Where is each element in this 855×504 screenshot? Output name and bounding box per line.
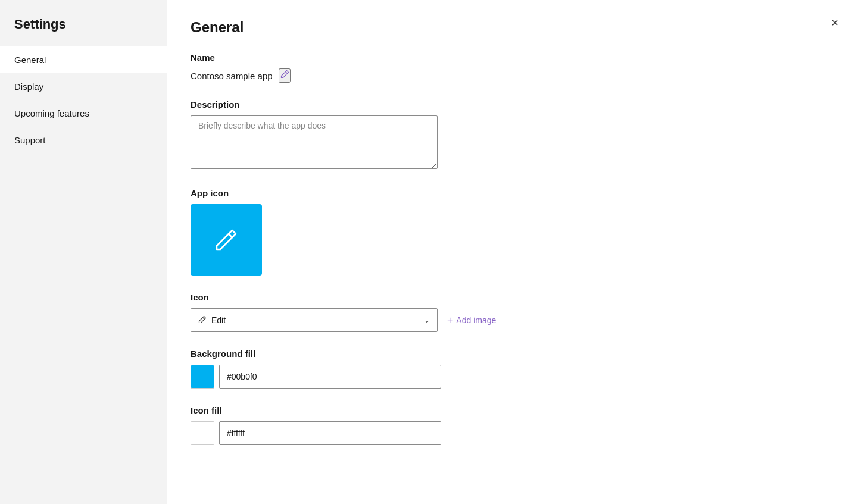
name-section: Name Contoso sample app	[191, 52, 831, 83]
icon-fill-swatch[interactable]	[191, 421, 214, 445]
icon-fill-label: Icon fill	[191, 405, 831, 415]
icon-select-dropdown[interactable]: Edit ⌄	[191, 308, 438, 332]
app-icon-label: App icon	[191, 188, 831, 198]
background-color-swatch[interactable]	[191, 365, 214, 389]
app-icon-pencil	[211, 224, 242, 255]
icon-select-label: Edit	[211, 315, 226, 325]
app-icon-section: App icon	[191, 188, 831, 276]
add-image-button[interactable]: + Add image	[447, 315, 496, 325]
plus-icon: +	[447, 315, 453, 325]
background-fill-row	[191, 365, 831, 389]
background-fill-section: Background fill	[191, 349, 831, 389]
app-icon-box[interactable]	[191, 204, 262, 276]
background-fill-label: Background fill	[191, 349, 831, 359]
sidebar-item-display[interactable]: Display	[0, 73, 167, 100]
icon-label: Icon	[191, 292, 831, 302]
description-section: Description	[191, 99, 831, 171]
icon-fill-row	[191, 421, 831, 445]
name-row: Contoso sample app	[191, 68, 831, 83]
sidebar: Settings General Display Upcoming featur…	[0, 0, 167, 504]
sidebar-title: Settings	[0, 0, 167, 46]
name-label: Name	[191, 52, 831, 62]
page-header: General	[191, 19, 831, 36]
name-edit-button[interactable]	[279, 68, 291, 83]
name-value: Contoso sample app	[191, 71, 273, 81]
page-title: General	[191, 19, 244, 36]
chevron-down-icon: ⌄	[424, 316, 430, 324]
sidebar-nav: General Display Upcoming features Suppor…	[0, 46, 167, 154]
close-button[interactable]: ×	[829, 14, 841, 31]
main-content: General × Name Contoso sample app Descri…	[167, 0, 855, 504]
description-textarea[interactable]	[191, 115, 438, 169]
icon-fill-section: Icon fill	[191, 405, 831, 445]
icon-row: Edit ⌄ + Add image	[191, 308, 831, 332]
icon-section: Icon Edit ⌄ + Add image	[191, 292, 831, 332]
description-label: Description	[191, 99, 831, 109]
sidebar-item-upcoming-features[interactable]: Upcoming features	[0, 100, 167, 127]
background-fill-input[interactable]	[219, 365, 441, 389]
icon-fill-input[interactable]	[219, 421, 441, 445]
sidebar-item-general[interactable]: General	[0, 46, 167, 73]
add-image-label: Add image	[456, 315, 496, 325]
icon-select-pencil-icon	[198, 315, 207, 325]
sidebar-item-support[interactable]: Support	[0, 127, 167, 154]
